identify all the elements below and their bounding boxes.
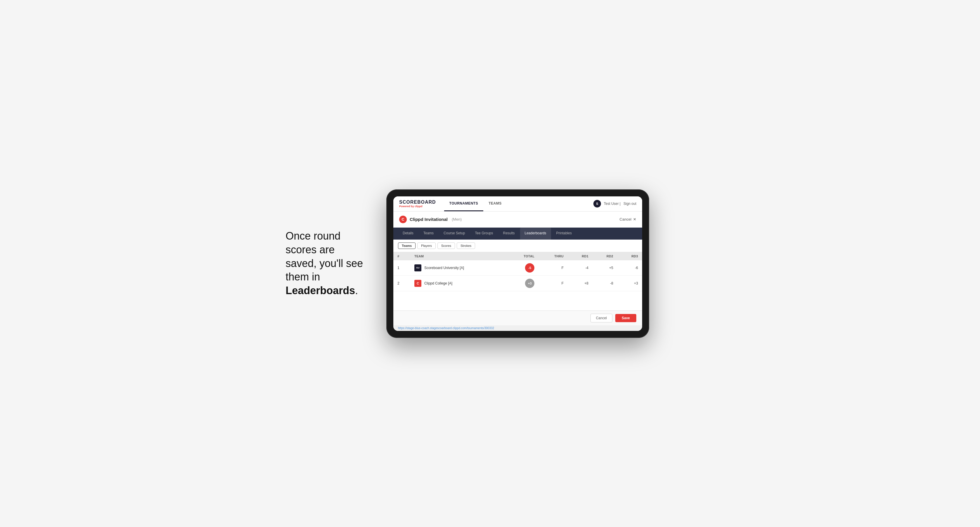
total-cell: +3 — [507, 275, 539, 291]
rd2-cell: -8 — [592, 275, 617, 291]
thru-cell: F — [538, 275, 568, 291]
nav-tournaments[interactable]: TOURNAMENTS — [444, 196, 484, 211]
tournament-gender: (Men) — [452, 217, 462, 221]
filter-scores[interactable]: Scores — [438, 243, 455, 249]
col-rank: # — [393, 252, 410, 260]
cancel-button[interactable]: Cancel — [590, 314, 612, 322]
score-badge: +3 — [525, 279, 535, 288]
cancel-x-button[interactable]: Cancel ✕ — [620, 217, 636, 221]
tab-results[interactable]: Results — [498, 228, 520, 240]
table-header-row: # TEAM TOTAL THRU RD1 RD2 RD3 — [393, 252, 642, 260]
tablet-frame: SCOREBOARD Powered by clippd TOURNAMENTS… — [387, 189, 649, 338]
description-text: Once round scores are saved, you'll see … — [286, 229, 363, 298]
thru-cell: F — [538, 260, 568, 276]
tab-tee-groups[interactable]: Tee Groups — [470, 228, 498, 240]
rd1-cell: -4 — [568, 260, 592, 276]
tab-teams[interactable]: Teams — [419, 228, 438, 240]
table-row: 2 C Clippd College [A] — [393, 275, 642, 291]
col-thru: THRU — [538, 252, 568, 260]
team-logo: SU — [414, 264, 422, 271]
tab-bar: Details Teams Course Setup Tee Groups Re… — [393, 228, 642, 240]
score-badge: -5 — [525, 263, 535, 273]
tournament-header: C Clippd Invitational (Men) Cancel ✕ — [393, 211, 642, 228]
nav-links: TOURNAMENTS TEAMS — [444, 196, 593, 211]
tournament-icon: C — [399, 216, 407, 223]
leaderboard-table: # TEAM TOTAL THRU RD1 RD2 RD3 — [393, 252, 642, 291]
modal-footer: Cancel Save — [393, 311, 642, 325]
tab-leaderboards[interactable]: Leaderboards — [520, 228, 551, 240]
col-rd3: RD3 — [617, 252, 642, 260]
rank-cell: 2 — [393, 275, 410, 291]
rd1-cell: +8 — [568, 275, 592, 291]
total-cell: -5 — [507, 260, 539, 276]
tab-printables[interactable]: Printables — [552, 228, 576, 240]
rd3-cell: -6 — [617, 260, 642, 276]
rd2-cell: +5 — [592, 260, 617, 276]
sign-out-link[interactable]: Sign out — [624, 202, 636, 206]
tab-details[interactable]: Details — [398, 228, 418, 240]
logo-title: SCOREBOARD — [399, 200, 436, 205]
save-button[interactable]: Save — [615, 314, 636, 322]
team-logo: C — [414, 280, 422, 287]
nav-teams[interactable]: TEAMS — [483, 196, 507, 211]
tab-course-setup[interactable]: Course Setup — [439, 228, 469, 240]
table-row: 1 SU Scoreboard University [A] — [393, 260, 642, 276]
leaderboard-table-area: # TEAM TOTAL THRU RD1 RD2 RD3 — [393, 252, 642, 311]
user-avatar: S — [593, 200, 601, 208]
logo-area: SCOREBOARD Powered by clippd — [399, 200, 436, 208]
rd3-cell: +3 — [617, 275, 642, 291]
nav-right: S Test User | Sign out — [593, 200, 636, 208]
col-team: TEAM — [410, 252, 507, 260]
col-rd1: RD1 — [568, 252, 592, 260]
team-cell: SU Scoreboard University [A] — [410, 260, 507, 276]
filter-strokes[interactable]: Strokes — [457, 243, 475, 249]
filter-players[interactable]: Players — [417, 243, 436, 249]
top-nav: SCOREBOARD Powered by clippd TOURNAMENTS… — [393, 196, 642, 211]
tournament-name: Clippd Invitational — [410, 217, 448, 222]
team-cell: C Clippd College [A] — [410, 275, 507, 291]
filter-row: Teams Players Scores Strokes — [393, 240, 642, 252]
close-icon: ✕ — [633, 217, 636, 221]
logo-sub: Powered by clippd — [399, 205, 436, 208]
tournament-title-area: C Clippd Invitational (Men) — [399, 216, 462, 223]
rank-cell: 1 — [393, 260, 410, 276]
col-rd2: RD2 — [592, 252, 617, 260]
filter-teams[interactable]: Teams — [398, 243, 415, 249]
url-bar: https://stage-blue-coach.stagescoarboard… — [393, 325, 642, 331]
tablet-screen: SCOREBOARD Powered by clippd TOURNAMENTS… — [393, 196, 642, 331]
col-total: TOTAL — [507, 252, 539, 260]
